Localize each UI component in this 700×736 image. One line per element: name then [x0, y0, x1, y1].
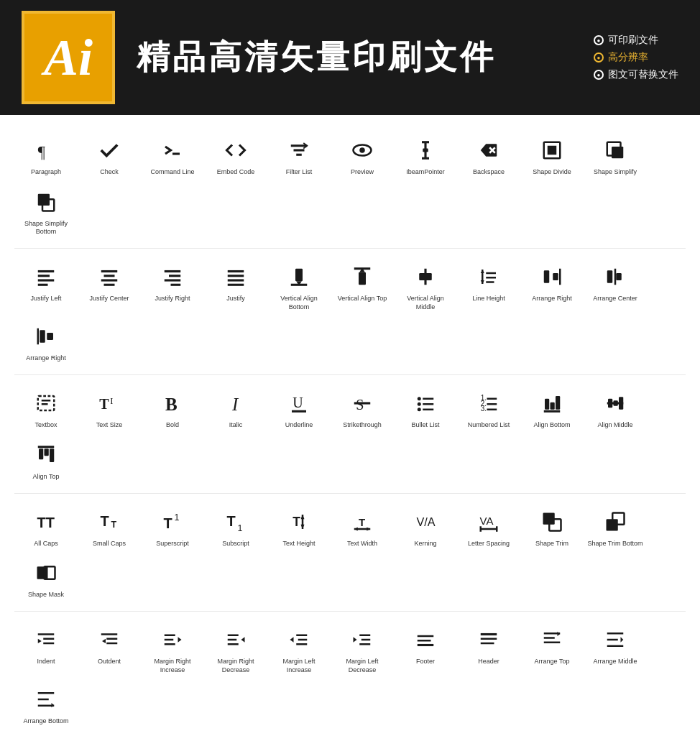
svg-text:VA: VA — [480, 514, 494, 526]
svg-marker-44 — [481, 270, 484, 273]
header: Ai 精品高清矢量印刷文件 ● 可印刷文件 ● 高分辨率 ● 图文可替换文件 — [0, 0, 700, 115]
icons-row-1: ¶ Paragraph Check Command Line Embed Cod… — [14, 122, 686, 249]
icon-letter-spacing: VA Letter Spacing — [457, 501, 520, 553]
icon-arrange-top: Arrange Top — [520, 619, 584, 678]
svg-rect-50 — [553, 273, 558, 280]
icon-text-height: T Text Height — [267, 501, 331, 553]
icon-valign-middle: Vertical Align Middle — [394, 256, 457, 316]
svg-text:S: S — [356, 397, 364, 413]
icon-ibeam-pointer: IbeamPointer — [394, 129, 457, 181]
icon-shape-mask: Shape Mask — [14, 552, 78, 604]
icon-backspace: Backspace — [457, 129, 520, 181]
svg-text:T: T — [359, 516, 365, 528]
svg-text:U: U — [293, 395, 303, 410]
info-dot-print: ● — [594, 35, 604, 45]
icon-margin-left-increase: Margin Left Increase — [267, 619, 331, 678]
icon-line-height: Line Height — [457, 256, 520, 316]
svg-text:I: I — [110, 396, 113, 406]
svg-point-69 — [418, 397, 421, 400]
svg-marker-160 — [52, 703, 55, 707]
svg-rect-90 — [39, 448, 43, 459]
icon-small-caps: TT Small Caps — [78, 501, 141, 553]
icon-margin-left-decrease: Margin Left Decrease — [331, 619, 394, 678]
icon-all-caps: TT All Caps — [14, 501, 78, 553]
svg-rect-42 — [419, 273, 432, 280]
svg-rect-35 — [295, 269, 303, 282]
icon-bold: B Bold — [141, 382, 204, 434]
svg-marker-138 — [290, 637, 294, 643]
icon-italic: I Italic — [204, 382, 267, 434]
svg-rect-83 — [551, 402, 555, 410]
svg-rect-84 — [556, 396, 560, 410]
icon-paragraph: ¶ Paragraph — [14, 129, 78, 181]
header-title: 精品高清矢量印刷文件 — [137, 35, 594, 80]
icon-arrange-center: Arrange Center — [584, 256, 647, 316]
svg-rect-49 — [544, 270, 550, 283]
svg-text:V/A: V/A — [417, 515, 436, 528]
icon-justify-center: Justify Center — [78, 256, 141, 316]
svg-rect-88 — [619, 397, 623, 410]
svg-text:T: T — [111, 519, 117, 529]
svg-rect-86 — [608, 399, 612, 408]
icon-margin-right-decrease: Margin Right Decrease — [204, 619, 267, 678]
svg-text:1: 1 — [238, 523, 243, 533]
svg-marker-156 — [621, 637, 624, 643]
svg-rect-39 — [359, 272, 366, 285]
svg-rect-52 — [607, 270, 613, 283]
icon-align-middle: Align Middle — [584, 382, 647, 434]
svg-text:I: I — [231, 395, 239, 414]
info-dot-resolution: ● — [594, 52, 604, 63]
svg-text:T: T — [293, 515, 300, 529]
svg-rect-82 — [545, 399, 549, 410]
svg-text:TT: TT — [37, 514, 55, 530]
icon-arrange-bottom: Arrange Bottom — [14, 678, 78, 730]
icon-superscript: T1 Superscript — [141, 501, 204, 553]
icon-align-top: Align Top — [14, 434, 78, 486]
info-item-print: ● 可印刷文件 — [594, 34, 678, 47]
info-dot-replace: ● — [594, 70, 604, 80]
svg-rect-55 — [40, 331, 45, 344]
svg-rect-10 — [423, 149, 428, 152]
svg-marker-45 — [481, 280, 484, 284]
svg-rect-92 — [50, 448, 54, 462]
icon-kerning: V/A Kerning — [394, 501, 457, 553]
icon-footer: Footer — [394, 619, 457, 678]
svg-rect-53 — [616, 273, 622, 280]
icons-row-5: Indent Outdent Margin Right Increase Mar… — [14, 612, 686, 736]
icon-shape-trim-bottom: Shape Trim Bottom — [584, 501, 647, 553]
icon-strikethrough: S Strikethrough — [331, 382, 394, 434]
info-item-replace: ● 图文可替换文件 — [594, 68, 678, 81]
svg-text:T: T — [164, 515, 172, 530]
svg-text:3.: 3. — [481, 405, 487, 413]
ai-logo: Ai — [22, 11, 115, 104]
icon-shape-trim: Shape Trim — [520, 501, 584, 553]
svg-rect-16 — [612, 147, 623, 158]
svg-text:T: T — [101, 513, 109, 529]
svg-marker-106 — [354, 527, 358, 530]
svg-marker-142 — [354, 637, 357, 643]
icon-numbered-list: 1.2.3. Numbered List — [457, 382, 520, 434]
icon-align-bottom: Align Bottom — [520, 382, 584, 434]
svg-rect-56 — [47, 333, 53, 340]
svg-marker-102 — [301, 515, 305, 519]
svg-rect-87 — [614, 400, 618, 406]
svg-point-6 — [359, 147, 365, 153]
svg-marker-107 — [367, 527, 370, 530]
icon-valign-bottom: Vertical Align Bottom — [267, 256, 331, 316]
icons-section: ¶ Paragraph Check Command Line Embed Cod… — [0, 115, 700, 736]
svg-rect-14 — [548, 146, 557, 155]
info-item-resolution: ● 高分辨率 — [594, 51, 678, 64]
svg-rect-117 — [37, 566, 48, 579]
icon-command-line: Command Line — [141, 129, 204, 181]
svg-text:T: T — [227, 513, 236, 529]
ai-logo-text: Ai — [44, 28, 93, 88]
icon-margin-right-increase: Margin Right Increase — [141, 619, 204, 678]
icon-subscript: T1 Subscript — [204, 501, 267, 553]
svg-rect-91 — [45, 448, 49, 456]
icon-text-width: T Text Width — [331, 501, 394, 553]
svg-marker-152 — [558, 632, 561, 636]
svg-marker-103 — [301, 524, 305, 528]
icon-justify: Justify — [204, 256, 267, 316]
icon-filter-list: Filter List — [267, 129, 331, 181]
icon-arrange-right2: Arrange Right — [14, 316, 78, 367]
